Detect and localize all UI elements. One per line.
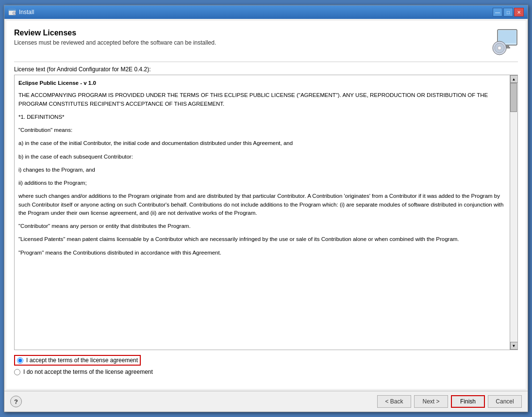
finish-button[interactable]: Finish xyxy=(451,395,485,408)
window-title: Install xyxy=(19,9,34,16)
license-para-8: "Contributor" means any person or entity… xyxy=(18,222,506,230)
cancel-button[interactable]: Cancel xyxy=(488,395,522,408)
footer-area: ? < Back Next > Finish Cancel xyxy=(4,391,528,412)
next-button[interactable]: Next > xyxy=(414,395,448,408)
footer-left: ? xyxy=(10,396,22,407)
close-button[interactable]: ✕ xyxy=(514,8,524,16)
license-text-container: Eclipse Public License - v 1.0 THE ACCOM… xyxy=(14,75,518,350)
license-text-scroll[interactable]: Eclipse Public License - v 1.0 THE ACCOM… xyxy=(15,75,510,350)
separator xyxy=(14,62,518,62)
page-header: Review Licenses Licenses must be reviewe… xyxy=(14,29,518,56)
license-para-9: "Licensed Patents" mean patent claims li… xyxy=(18,235,506,243)
page-title: Review Licenses xyxy=(14,29,216,37)
svg-point-3 xyxy=(14,13,15,14)
license-label: License text (for Android Configurator f… xyxy=(14,66,518,73)
scroll-down-button[interactable]: ▼ xyxy=(510,342,518,350)
license-para-7: where such changes and/or additions to t… xyxy=(18,192,506,217)
radio-section: I accept the terms of the license agreem… xyxy=(14,350,518,381)
license-para-4: b) in the case of each subsequent Contri… xyxy=(18,153,506,161)
accept-wrapper: I accept the terms of the license agreem… xyxy=(14,355,141,366)
svg-rect-1 xyxy=(9,9,16,11)
svg-point-11 xyxy=(499,47,500,49)
license-para-5: i) changes to the Program, and xyxy=(18,166,506,174)
back-button[interactable]: < Back xyxy=(377,395,411,408)
license-para-2: "Contribution" means: xyxy=(18,126,506,134)
license-para-10: "Program" means the Contributions distri… xyxy=(18,249,506,257)
decline-option[interactable]: I do not accept the terms of the license… xyxy=(14,369,518,375)
accept-option[interactable]: I accept the terms of the license agreem… xyxy=(14,355,518,366)
license-para-0: THE ACCOMPANYING PROGRAM IS PROVIDED UND… xyxy=(18,91,506,108)
title-bar-controls: — □ ✕ xyxy=(493,8,524,16)
minimize-button[interactable]: — xyxy=(493,8,502,16)
title-bar: Install — □ ✕ xyxy=(4,5,528,19)
scrollbar: ▲ ▼ xyxy=(510,75,517,350)
page-subtitle: Licenses must be reviewed and accepted b… xyxy=(14,39,216,46)
title-bar-left: Install xyxy=(8,8,34,16)
accept-radio[interactable] xyxy=(17,357,23,364)
software-icon xyxy=(491,29,518,56)
help-button[interactable]: ? xyxy=(10,396,22,407)
install-graphic xyxy=(491,29,518,56)
install-window: Install — □ ✕ Review Licenses Licenses m… xyxy=(4,5,528,412)
maximize-button[interactable]: □ xyxy=(503,8,513,16)
footer-right: < Back Next > Finish Cancel xyxy=(377,395,522,408)
window-icon xyxy=(8,8,16,16)
content-area: Review Licenses Licenses must be reviewe… xyxy=(6,21,526,389)
license-para-3: a) in the case of the initial Contributo… xyxy=(18,139,506,147)
scrollbar-track-area xyxy=(510,83,517,342)
accept-label[interactable]: I accept the terms of the license agreem… xyxy=(26,357,138,364)
decline-radio[interactable] xyxy=(14,369,20,375)
decline-label[interactable]: I do not accept the terms of the license… xyxy=(23,369,153,375)
license-para-1: *1. DEFINITIONS* xyxy=(18,113,506,121)
license-para-6: ii) additions to the Program; xyxy=(18,179,506,187)
scroll-up-button[interactable]: ▲ xyxy=(510,75,518,83)
header-text: Review Licenses Licenses must be reviewe… xyxy=(14,29,216,46)
license-title: Eclipse Public License - v 1.0 xyxy=(18,79,506,87)
scrollbar-thumb[interactable] xyxy=(510,83,517,112)
